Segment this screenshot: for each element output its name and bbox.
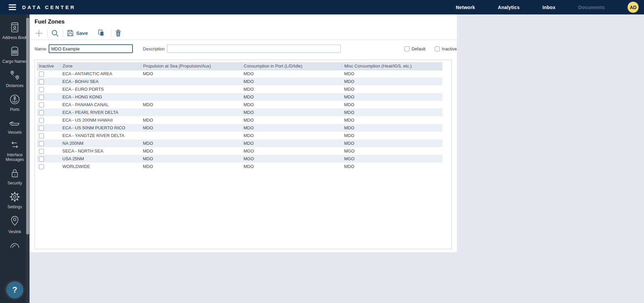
table-row[interactable]: SECA - NORTH SEA MDO MGO MGO (37, 147, 442, 155)
table-row[interactable]: ECA - EURO PORTS MDO MDO (37, 85, 442, 93)
column-header-inactive[interactable]: Inactive (37, 62, 60, 70)
propulsion-cell[interactable]: MDO (141, 116, 241, 124)
sidebar-item-security[interactable]: Security (1, 168, 28, 185)
copy-button[interactable] (97, 29, 105, 37)
table-row[interactable]: WORLDWIDE MDO MDO MDO (37, 163, 442, 170)
save-button[interactable]: Save (67, 30, 88, 37)
zone-cell[interactable]: WORLDWIDE (60, 163, 141, 170)
zone-cell[interactable]: ECA - EURO PORTS (60, 85, 141, 93)
column-header-consumption[interactable]: Consumption in Port (L/D/Idle) (241, 62, 342, 70)
table-row[interactable]: ECA - US 50NM PUERTO RICO MDO MDO MDO (37, 124, 442, 132)
misc-cell[interactable]: MDO (342, 109, 442, 116)
sidebar-item-address-book[interactable]: Address Book (1, 22, 28, 40)
zone-cell[interactable]: ECA - BOHAI SEA (60, 78, 141, 85)
consumption-cell[interactable]: MDO (241, 78, 342, 85)
column-header-misc[interactable]: Misc Consumption (Heat/IGS, etc.) (342, 62, 442, 70)
sidebar-item-vessels[interactable]: Vessels (1, 118, 28, 135)
zone-cell[interactable]: ECA - US 50NM PUERTO RICO (60, 124, 141, 132)
add-button[interactable] (35, 29, 43, 38)
row-inactive-checkbox[interactable] (39, 72, 44, 77)
inactive-checkbox[interactable] (435, 46, 440, 51)
description-input[interactable] (167, 45, 341, 53)
nav-analytics[interactable]: Analytics (498, 5, 520, 10)
propulsion-cell[interactable] (141, 93, 241, 101)
misc-cell[interactable]: MDO (342, 101, 442, 109)
propulsion-cell[interactable] (141, 78, 241, 85)
row-inactive-checkbox[interactable] (39, 141, 44, 146)
sidebar-item-veslink[interactable]: Veslink (1, 215, 28, 234)
name-input[interactable] (49, 44, 133, 53)
zone-cell[interactable]: SECA - NORTH SEA (60, 147, 141, 155)
misc-cell[interactable]: MDO (342, 124, 442, 132)
misc-cell[interactable]: MGO (342, 155, 442, 163)
row-inactive-checkbox[interactable] (39, 149, 44, 154)
avatar[interactable]: AD (628, 2, 639, 13)
row-inactive-checkbox[interactable] (39, 87, 44, 92)
table-row[interactable]: USA 25NM MDO MGO MGO (37, 155, 442, 163)
consumption-cell[interactable]: MDO (241, 93, 342, 101)
row-inactive-checkbox[interactable] (39, 79, 44, 84)
table-row[interactable]: ECA - HONG KONG MDO MDO (37, 93, 442, 101)
zone-cell[interactable]: ECA - ANTARCTIC AREA (60, 70, 141, 78)
misc-cell[interactable]: MDO (342, 85, 442, 93)
consumption-cell[interactable]: MGO (241, 147, 342, 155)
row-inactive-checkbox[interactable] (39, 102, 44, 107)
propulsion-cell[interactable]: MDO (141, 70, 241, 78)
misc-cell[interactable]: MDO (342, 163, 442, 170)
propulsion-cell[interactable]: MDO (141, 124, 241, 132)
consumption-cell[interactable]: MDO (241, 70, 342, 78)
table-row[interactable]: ECA - BOHAI SEA MDO MDO (37, 78, 442, 85)
propulsion-cell[interactable]: MDO (141, 163, 241, 170)
sidebar-item-ports[interactable]: Ports (1, 94, 28, 112)
zone-cell[interactable]: ECA - US 200NM HAWAII (60, 116, 141, 124)
row-inactive-checkbox[interactable] (39, 95, 44, 100)
table-row[interactable]: ECA - US 200NM HAWAII MDO MDO MDO (37, 116, 442, 124)
misc-cell[interactable]: MDO (342, 139, 442, 147)
column-header-zone[interactable]: Zone (60, 62, 141, 70)
row-inactive-checkbox[interactable] (39, 126, 44, 131)
sidebar-scrollbar-thumb[interactable] (26, 18, 29, 234)
row-inactive-checkbox[interactable] (39, 157, 44, 162)
help-button[interactable]: ? (6, 282, 23, 298)
row-inactive-checkbox[interactable] (39, 164, 44, 169)
propulsion-cell[interactable] (141, 85, 241, 93)
table-row[interactable]: ECA - PANAMA CANAL MDO MDO MDO (37, 101, 442, 109)
propulsion-cell[interactable] (141, 109, 241, 116)
hamburger-menu-icon[interactable] (9, 3, 16, 11)
column-header-propulsion[interactable]: Propulsion at Sea (Propulsion/Aux) (141, 62, 241, 70)
zone-cell[interactable]: USA 25NM (60, 155, 141, 163)
default-checkbox[interactable] (405, 46, 410, 51)
propulsion-cell[interactable] (141, 132, 241, 139)
misc-cell[interactable]: MGO (342, 147, 442, 155)
table-row[interactable]: ECA - YANGTZE RIVER DELTA MDO MDO (37, 132, 442, 139)
zone-cell[interactable]: ECA - YANGTZE RIVER DELTA (60, 132, 141, 139)
propulsion-cell[interactable]: MDO (141, 139, 241, 147)
propulsion-cell[interactable]: MDO (141, 147, 241, 155)
propulsion-cell[interactable]: MDO (141, 101, 241, 109)
table-row[interactable]: NA 200NM MDO MDO MDO (37, 139, 442, 147)
misc-cell[interactable]: MDO (342, 116, 442, 124)
search-button[interactable] (51, 29, 59, 37)
consumption-cell[interactable]: MDO (241, 163, 342, 170)
misc-cell[interactable]: MDO (342, 132, 442, 139)
zone-cell[interactable]: ECA - PEARL RIVER DELTA (60, 109, 141, 116)
row-inactive-checkbox[interactable] (39, 118, 44, 123)
sidebar-item-interface-messages[interactable]: Interface Messages (1, 140, 28, 162)
sidebar-item-cargo-names[interactable]: Cargo Names (1, 46, 28, 64)
consumption-cell[interactable]: MDO (241, 85, 342, 93)
sidebar-item-distances[interactable]: Distances (1, 70, 28, 88)
nav-network[interactable]: Network (456, 5, 475, 10)
misc-cell[interactable]: MDO (342, 78, 442, 85)
zone-cell[interactable]: NA 200NM (60, 139, 141, 147)
table-row[interactable]: ECA - ANTARCTIC AREA MDO MDO MDO (37, 70, 442, 78)
table-row[interactable]: ECA - PEARL RIVER DELTA MDO MDO (37, 109, 442, 116)
row-inactive-checkbox[interactable] (39, 133, 44, 138)
consumption-cell[interactable]: MDO (241, 101, 342, 109)
misc-cell[interactable]: MDO (342, 70, 442, 78)
consumption-cell[interactable]: MDO (241, 139, 342, 147)
delete-button[interactable] (115, 29, 122, 37)
propulsion-cell[interactable]: MDO (141, 155, 241, 163)
nav-inbox[interactable]: Inbox (542, 5, 555, 10)
zone-cell[interactable]: ECA - HONG KONG (60, 93, 141, 101)
consumption-cell[interactable]: MDO (241, 109, 342, 116)
